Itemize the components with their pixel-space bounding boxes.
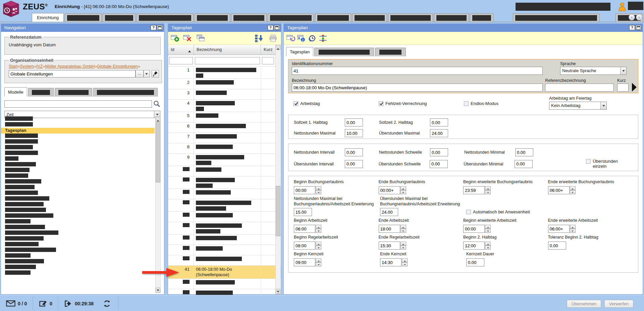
spin-up-icon[interactable] [485, 225, 491, 229]
spin-up-icon[interactable] [400, 186, 406, 190]
list-item[interactable] [5, 253, 155, 258]
redacted-tab[interactable] [28, 88, 54, 97]
table-row[interactable] [168, 199, 281, 212]
table-row[interactable] [168, 176, 281, 189]
list-item[interactable] [5, 242, 155, 246]
sprache-dropdown[interactable]: Neutrale Sprache [560, 67, 627, 75]
table-row[interactable]: 4106:00-18:00 Mo-Do (Schwellenpause) [168, 266, 281, 279]
maximize-button[interactable] [274, 25, 280, 30]
redacted-tab[interactable] [137, 13, 194, 22]
field-input[interactable] [430, 118, 448, 126]
field-input[interactable] [515, 148, 533, 156]
spin-down-icon[interactable] [570, 229, 576, 233]
spin-up-icon[interactable] [316, 242, 321, 246]
field-input[interactable] [345, 160, 363, 168]
table-row[interactable]: 6 [168, 122, 281, 133]
table-row[interactable]: 2 [168, 79, 281, 89]
redacted-tab[interactable] [375, 48, 406, 56]
spin-up-icon[interactable] [402, 258, 408, 262]
spin-up-icon[interactable] [316, 258, 321, 262]
table-row[interactable]: 7 [168, 133, 281, 143]
list-item[interactable] [5, 236, 155, 241]
table-row[interactable] [168, 235, 281, 245]
spin-down-icon[interactable] [400, 246, 406, 250]
field-input[interactable] [515, 160, 533, 168]
edit-status[interactable]: 0 [39, 296, 52, 311]
record-info-icon[interactable] [297, 34, 306, 42]
spin-down-icon[interactable] [402, 262, 408, 266]
redacted-tab[interactable] [55, 88, 92, 97]
list-item[interactable] [5, 173, 155, 178]
list-item[interactable] [5, 116, 155, 121]
pin-button[interactable] [152, 70, 159, 77]
field-input[interactable] [463, 225, 485, 233]
checkbox-checked[interactable] [293, 101, 298, 106]
field-input[interactable] [345, 129, 363, 137]
spinner-buttons[interactable] [400, 242, 406, 250]
field-input[interactable] [430, 160, 448, 168]
scroll-thumb[interactable] [156, 122, 160, 183]
spin-up-icon[interactable] [570, 186, 576, 190]
checkbox-fehlzeit-verrechnung[interactable]: Fehlzeit-Verrechnung [379, 101, 427, 106]
checkbox-unchecked[interactable] [586, 159, 591, 164]
spin-down-icon[interactable] [400, 229, 406, 233]
referenzbezeichnung-input[interactable] [545, 84, 614, 92]
column-header-bezeichnung[interactable]: Bezeichnung [194, 45, 261, 55]
tab-modelle[interactable]: Modelle [4, 87, 27, 97]
spinner-buttons[interactable] [570, 225, 576, 233]
breadcrumb-link[interactable]: Globale Einstellungen [97, 64, 138, 69]
redacted-tab[interactable] [103, 13, 136, 22]
feiertag-dropdown[interactable]: Kein Arbeitstag [549, 102, 607, 110]
spin-up-icon[interactable] [316, 225, 321, 229]
reload-record-icon[interactable] [286, 34, 295, 42]
list-item[interactable] [5, 208, 155, 212]
field-input[interactable] [380, 208, 398, 216]
table-row[interactable]: 3 [168, 89, 281, 100]
spinner-buttons[interactable] [570, 186, 576, 194]
redacted-tab[interactable] [388, 13, 433, 22]
list-item[interactable] [5, 168, 155, 172]
redacted-tab[interactable] [93, 88, 158, 97]
field-input[interactable] [294, 225, 315, 233]
spinner-buttons[interactable] [485, 186, 491, 194]
spin-down-icon[interactable] [316, 262, 321, 266]
maximize-button[interactable] [157, 25, 163, 30]
add-record-icon[interactable] [171, 34, 179, 42]
field-input[interactable] [294, 258, 315, 266]
spinner-buttons[interactable] [485, 225, 491, 233]
table-row[interactable] [168, 222, 281, 235]
help-button[interactable]: ? [151, 25, 156, 30]
org-browse-button[interactable]: ... [136, 70, 144, 77]
list-item[interactable] [5, 219, 155, 223]
checkbox-automatisch-bei-anwesenheit[interactable]: Automatisch bei Anwesenheit [466, 210, 530, 214]
spinner-buttons[interactable] [402, 258, 408, 266]
list-item[interactable] [5, 265, 155, 269]
table-row[interactable] [168, 189, 281, 199]
table-row[interactable]: 8 [168, 143, 281, 154]
session-timer[interactable]: 00:29:38 [64, 296, 94, 311]
field-input[interactable] [294, 186, 315, 194]
table-row[interactable] [168, 255, 281, 266]
field-input[interactable] [466, 258, 484, 266]
redacted-tab[interactable] [195, 13, 230, 22]
spinner-buttons[interactable] [400, 225, 406, 233]
spin-up-icon[interactable] [400, 242, 406, 246]
field-input[interactable] [463, 186, 485, 194]
bezeichnung-input[interactable] [292, 84, 543, 92]
field-input[interactable] [463, 242, 485, 250]
list-item[interactable] [5, 230, 155, 235]
field-input[interactable] [379, 242, 400, 250]
discard-button[interactable]: Verwerfen [604, 300, 633, 308]
kurz-input[interactable] [617, 84, 629, 92]
redacted-tab[interactable] [231, 13, 267, 22]
maximize-button[interactable] [636, 25, 641, 30]
spin-up-icon[interactable] [570, 225, 576, 229]
column-header-id[interactable]: Id [168, 45, 194, 55]
list-item[interactable] [5, 213, 155, 218]
delete-record-icon[interactable] [183, 34, 192, 42]
spin-up-icon[interactable] [485, 186, 491, 190]
interval-icon[interactable] [319, 34, 327, 42]
spin-down-icon[interactable] [485, 246, 491, 250]
table-scrollbar[interactable] [275, 45, 281, 294]
expand-arrow-button[interactable] [632, 83, 637, 92]
